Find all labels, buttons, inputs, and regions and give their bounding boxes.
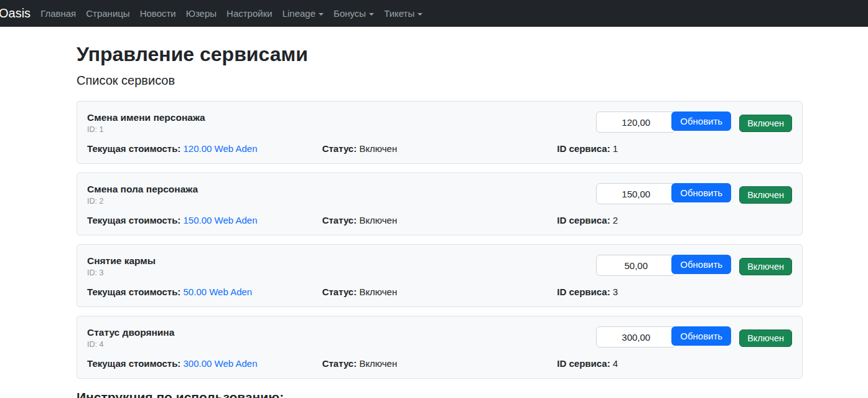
current-cost-label: Текущая стоимость: (87, 215, 180, 225)
id-value: 2 (99, 197, 103, 206)
nav-dropdown-bonuses[interactable]: Бонусы (329, 0, 379, 27)
service-controls: Обновить Включен (596, 183, 792, 204)
service-card: Снятие кармы ID: 3 Обновить Включен Теку… (77, 244, 803, 307)
nav-dropdown-lineage[interactable]: Lineage (278, 0, 329, 27)
status-toggle-button[interactable]: Включен (739, 186, 792, 204)
service-id-value: 2 (613, 215, 618, 225)
update-button[interactable]: Обновить (671, 255, 731, 274)
status-text: Статус: Включен (322, 143, 558, 154)
service-card: Смена имени персонажа ID: 1 Обновить Вкл… (77, 101, 803, 164)
id-value: 3 (99, 268, 103, 277)
price-input[interactable] (596, 111, 676, 133)
main-content: Управление сервисами Список сервисов Сме… (77, 27, 803, 398)
status-text: Статус: Включен (322, 287, 558, 298)
caret-down-icon (319, 13, 324, 16)
nav-item-label: Настройки (226, 8, 273, 19)
caret-down-icon (369, 13, 374, 16)
service-name: Снятие кармы (87, 255, 156, 267)
service-info: Снятие кармы ID: 3 (87, 255, 156, 278)
cost-link[interactable]: 150.00 Web Aden (184, 215, 258, 225)
current-cost: Текущая стоимость: 300.00 Web Aden (87, 358, 322, 369)
price-input[interactable] (596, 183, 676, 204)
navbar: Oasis Главная Страницы Новости Юзеры Нас… (0, 0, 868, 27)
id-prefix-label: ID: (87, 268, 97, 277)
service-id-caption: ID: 1 (87, 125, 205, 135)
cost-link[interactable]: 300.00 Web Aden (184, 358, 258, 369)
nav-item-label: Юзеры (186, 8, 217, 19)
id-value: 1 (99, 125, 103, 134)
service-info: Смена имени персонажа ID: 1 (87, 111, 205, 135)
status-label: Статус: (322, 143, 357, 154)
brand-link[interactable]: Oasis (0, 0, 30, 27)
status-text: Статус: Включен (322, 358, 558, 369)
page-title: Управление сервисами (77, 42, 803, 66)
nav-item-label: Тикеты (384, 8, 414, 19)
id-prefix-label: ID: (87, 125, 97, 134)
service-id-label: ID сервиса: (557, 358, 610, 369)
status-value: Включен (359, 287, 397, 297)
service-id-label: ID сервиса: (557, 215, 610, 225)
nav-item-label: Страницы (86, 8, 129, 19)
current-cost: Текущая стоимость: 50.00 Web Aden (87, 287, 322, 298)
id-prefix-label: ID: (87, 197, 97, 206)
service-card: Статус дворянина ID: 4 Обновить Включен … (77, 316, 803, 379)
status-label: Статус: (322, 358, 357, 369)
update-button[interactable]: Обновить (671, 326, 731, 346)
update-button[interactable]: Обновить (671, 183, 731, 202)
service-id-text: ID сервиса: 4 (557, 358, 792, 369)
cost-link[interactable]: 50.00 Web Aden (184, 287, 253, 297)
service-name: Смена пола персонажа (87, 183, 198, 195)
service-info: Смена пола персонажа ID: 2 (87, 183, 198, 206)
nav-item-settings[interactable]: Настройки (222, 0, 278, 27)
service-controls: Обновить Включен (596, 255, 792, 276)
service-id-text: ID сервиса: 1 (557, 143, 792, 154)
cost-link[interactable]: 120.00 Web Aden (184, 143, 258, 154)
status-label: Статус: (322, 287, 357, 297)
service-id-value: 4 (613, 358, 618, 369)
service-id-text: ID сервиса: 2 (557, 215, 792, 226)
service-id-value: 3 (613, 287, 618, 297)
service-id-label: ID сервиса: (557, 287, 610, 297)
price-input[interactable] (596, 255, 676, 276)
status-toggle-button[interactable]: Включен (739, 329, 792, 347)
status-toggle-button[interactable]: Включен (739, 258, 792, 275)
current-cost-label: Текущая стоимость: (87, 287, 180, 297)
nav-item-users[interactable]: Юзеры (181, 0, 222, 27)
service-id-caption: ID: 4 (87, 339, 174, 349)
service-id-text: ID сервиса: 3 (557, 287, 792, 298)
nav-item-label: Главная (40, 8, 76, 19)
status-value: Включен (359, 143, 397, 154)
service-info: Статус дворянина ID: 4 (87, 326, 174, 349)
nav-item-label: Новости (140, 8, 176, 19)
status-label: Статус: (322, 215, 357, 225)
status-toggle-button[interactable]: Включен (739, 115, 792, 132)
nav-dropdown-tickets[interactable]: Тикеты (379, 0, 427, 27)
nav-item-label: Lineage (282, 8, 315, 19)
nav-item-pages[interactable]: Страницы (81, 0, 134, 27)
service-id-label: ID сервиса: (557, 143, 610, 154)
current-cost-label: Текущая стоимость: (87, 143, 180, 154)
service-id-value: 1 (613, 143, 618, 154)
current-cost: Текущая стоимость: 150.00 Web Aden (87, 215, 322, 226)
service-name: Смена имени персонажа (87, 111, 205, 123)
caret-down-icon (418, 13, 422, 16)
current-cost-label: Текущая стоимость: (87, 358, 180, 369)
nav-item-news[interactable]: Новости (135, 0, 181, 27)
id-value: 4 (99, 340, 103, 349)
nav-item-home[interactable]: Главная (35, 0, 81, 27)
service-id-caption: ID: 3 (87, 268, 156, 278)
service-name: Статус дворянина (87, 326, 174, 338)
service-controls: Обновить Включен (596, 326, 792, 348)
status-value: Включен (359, 215, 397, 225)
price-input[interactable] (596, 326, 676, 348)
status-text: Статус: Включен (322, 215, 558, 226)
status-value: Включен (359, 358, 397, 369)
update-button[interactable]: Обновить (671, 111, 731, 131)
service-controls: Обновить Включен (596, 111, 792, 133)
current-cost: Текущая стоимость: 120.00 Web Aden (87, 143, 322, 154)
service-id-caption: ID: 2 (87, 196, 198, 206)
id-prefix-label: ID: (87, 340, 97, 349)
service-card: Смена пола персонажа ID: 2 Обновить Вклю… (77, 173, 803, 235)
instructions-heading: Инструкция по использованию: (77, 389, 803, 398)
nav-menu: Главная Страницы Новости Юзеры Настройки… (35, 0, 427, 27)
